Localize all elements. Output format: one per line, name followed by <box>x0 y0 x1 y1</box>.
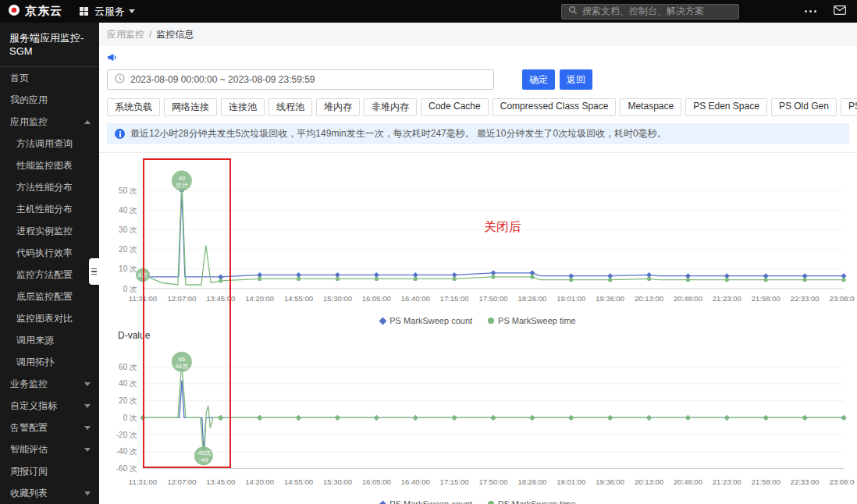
svg-text:60 次: 60 次 <box>119 363 137 371</box>
legend-count[interactable]: PS MarkSweep count <box>380 499 472 504</box>
sidebar-collapse-handle[interactable] <box>89 258 99 285</box>
dot-marker-icon <box>488 318 494 324</box>
svg-text:-20 次: -20 次 <box>116 431 137 439</box>
svg-text:11:31:00: 11:31:00 <box>129 477 157 486</box>
dot-marker-icon <box>488 501 494 504</box>
svg-text:-49: -49 <box>199 456 208 463</box>
dvalue-line-chart[interactable]: -60 次-40 次-20 次0 次20 次40 次60 次11:31:0012… <box>99 343 857 498</box>
cloud-services-menu[interactable]: 云服务 <box>94 5 135 19</box>
svg-text:21:23:00: 21:23:00 <box>713 294 741 303</box>
sidebar-item-custom-metrics[interactable]: 自定义指标 <box>0 395 99 417</box>
sidebar-item-call-source[interactable]: 调用来源 <box>0 329 99 351</box>
sidebar-item-weekly-report[interactable]: 周报订阅 <box>0 460 99 482</box>
svg-text:15:30:00: 15:30:00 <box>323 477 352 486</box>
gc-summary-banner: 最近12小时28分钟共发生5次垃圾回收，平均149min发生一次，每次耗时247… <box>107 123 849 144</box>
more-icon[interactable] <box>805 10 816 12</box>
sidebar-item-base-monitor-config[interactable]: 底层监控配置 <box>0 286 99 307</box>
svg-text:22:33:00: 22:33:00 <box>791 294 820 303</box>
svg-text:13:45:00: 13:45:00 <box>206 477 235 486</box>
chevron-down-icon <box>84 404 91 408</box>
tab-ps-old-gen[interactable]: PS Old Gen <box>771 98 837 116</box>
svg-text:0 次: 0 次 <box>123 413 137 422</box>
svg-text:30 次: 30 次 <box>119 225 137 234</box>
back-button[interactable]: 返回 <box>560 69 592 90</box>
svg-text:21:58:00: 21:58:00 <box>752 294 781 303</box>
svg-text:50 次: 50 次 <box>119 186 137 195</box>
global-search-input[interactable]: 搜索文档、控制台、解决方案 <box>561 4 739 20</box>
diamond-marker-icon <box>379 500 387 504</box>
svg-text:20:13:00: 20:13:00 <box>635 294 663 303</box>
svg-text:-45次: -45次 <box>196 449 212 456</box>
svg-text:19:01:00: 19:01:00 <box>557 477 585 486</box>
datetime-range-input[interactable]: 2023-08-09 00:00:00 ~ 2023-08-09 23:59:5… <box>107 69 494 90</box>
sidebar-item-smart-eval[interactable]: 智能评估 <box>0 438 99 460</box>
tab-metaspace[interactable]: Metaspace <box>620 98 681 116</box>
svg-text:17:50:00: 17:50:00 <box>479 294 508 303</box>
svg-text:13:45:00: 13:45:00 <box>206 294 235 303</box>
gc-chart-block: 0 次10 次20 次30 次40 次50 次11:31:0012:07:001… <box>99 154 857 327</box>
svg-text:-60 次: -60 次 <box>116 464 137 473</box>
sidebar: 服务端应用监控-SGM 首页 我的应用 应用监控 方法调用查询 性能监控图表 方… <box>0 23 99 504</box>
sidebar-item-favorites[interactable]: 收藏列表 <box>0 482 99 504</box>
svg-text:23:08:00: 23:08:00 <box>830 477 855 486</box>
svg-text:16:40:00: 16:40:00 <box>401 477 430 486</box>
sidebar-item-home[interactable]: 首页 <box>0 67 99 89</box>
time-toolbar: 2023-08-09 00:00:00 ~ 2023-08-09 23:59:5… <box>107 69 857 90</box>
svg-text:44次: 44次 <box>175 363 188 370</box>
sidebar-item-alert-config[interactable]: 告警配置 <box>0 417 99 438</box>
tab-ps-survivor-space[interactable]: PS Survivor Space <box>841 98 857 116</box>
announcement-icon[interactable] <box>107 55 119 66</box>
svg-text:18:26:00: 18:26:00 <box>517 294 546 303</box>
brand[interactable]: 京东云 <box>8 4 62 19</box>
legend-time[interactable]: PS MarkSweep time <box>488 499 576 504</box>
sidebar-item-monitor-method-config[interactable]: 监控方法配置 <box>0 264 99 286</box>
svg-text:17:50:00: 17:50:00 <box>479 477 508 486</box>
datetime-range-value: 2023-08-09 00:00:00 ~ 2023-08-09 23:59:5… <box>130 74 315 85</box>
tab-system-load[interactable]: 系统负载 <box>107 98 160 116</box>
sidebar-item-method-perf-dist[interactable]: 方法性能分布 <box>0 176 99 198</box>
svg-text:20 次: 20 次 <box>119 245 137 254</box>
tab-compressed-class-space[interactable]: Compressed Class Space <box>493 98 617 116</box>
legend-count[interactable]: PS MarkSweep count <box>380 316 472 325</box>
apps-grid-icon[interactable] <box>80 7 88 16</box>
sidebar-item-call-topology[interactable]: 调用拓扑 <box>0 351 99 373</box>
svg-text:16:40:00: 16:40:00 <box>401 294 430 303</box>
sidebar-item-host-perf-dist[interactable]: 主机性能分布 <box>0 198 99 220</box>
tab-network-conn[interactable]: 网络连接 <box>164 98 217 116</box>
sidebar-item-app-monitor[interactable]: 应用监控 <box>0 111 99 133</box>
svg-text:66: 66 <box>178 356 185 363</box>
main-content: 应用监控 / 监控信息 2023-08-09 00:00:00 ~ 2023-0… <box>99 23 857 504</box>
svg-text:16:05:00: 16:05:00 <box>362 477 391 486</box>
tab-ps-eden-space[interactable]: PS Eden Space <box>685 98 767 116</box>
mail-icon[interactable] <box>834 5 846 17</box>
sidebar-item-perf-charts[interactable]: 性能监控图表 <box>0 154 99 176</box>
svg-text:40 次: 40 次 <box>119 379 137 388</box>
gc-summary-text: 最近12小时28分钟共发生5次垃圾回收，平均149min发生一次，每次耗时247… <box>130 127 667 140</box>
svg-text:次计: 次计 <box>176 182 188 189</box>
breadcrumb-parent[interactable]: 应用监控 <box>107 28 144 41</box>
tab-heap[interactable]: 堆内存 <box>316 98 360 116</box>
sidebar-item-my-apps[interactable]: 我的应用 <box>0 89 99 111</box>
tab-nonheap[interactable]: 非堆内存 <box>364 98 417 116</box>
dvalue-label: D-value <box>118 330 857 341</box>
svg-text:12:07:00: 12:07:00 <box>167 477 196 486</box>
search-icon <box>568 5 578 17</box>
sidebar-item-code-efficiency[interactable]: 代码执行效率 <box>0 242 99 264</box>
brand-name: 京东云 <box>25 4 62 19</box>
legend-time[interactable]: PS MarkSweep time <box>488 316 576 325</box>
diamond-marker-icon <box>379 317 387 325</box>
svg-text:14:20:00: 14:20:00 <box>245 477 274 486</box>
svg-text:20:48:00: 20:48:00 <box>674 294 702 303</box>
confirm-button[interactable]: 确定 <box>522 69 555 90</box>
sidebar-item-chart-compare[interactable]: 监控图表对比 <box>0 307 99 329</box>
svg-text:-40 次: -40 次 <box>116 447 137 456</box>
sidebar-item-business-monitor[interactable]: 业务监控 <box>0 373 99 395</box>
tab-conn-pool[interactable]: 连接池 <box>221 98 265 116</box>
divider <box>99 152 857 153</box>
tab-code-cache[interactable]: Code Cache <box>421 98 489 116</box>
gc-line-chart[interactable]: 0 次10 次20 次30 次40 次50 次11:31:0012:07:001… <box>99 154 857 314</box>
sidebar-item-method-call-query[interactable]: 方法调用查询 <box>0 133 99 154</box>
sidebar-item-process-instance[interactable]: 进程实例监控 <box>0 220 99 242</box>
svg-text:49: 49 <box>178 175 185 182</box>
tab-thread-pool[interactable]: 线程池 <box>268 98 312 116</box>
